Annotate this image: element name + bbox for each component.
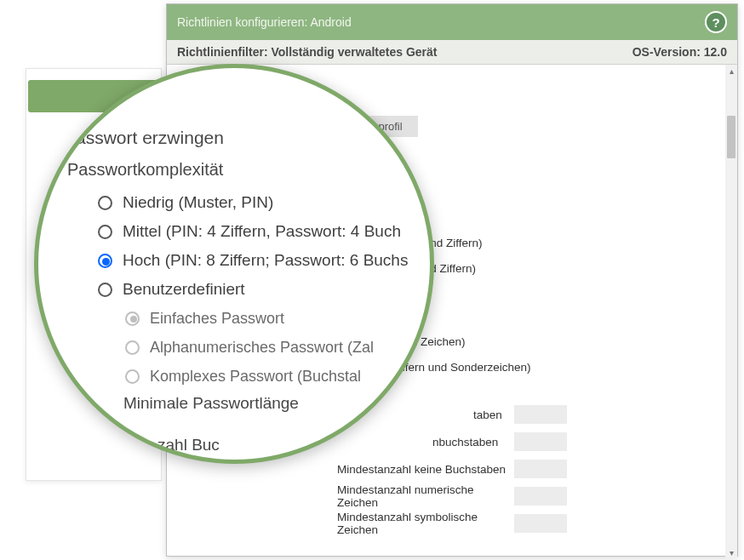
radio-icon	[98, 225, 112, 239]
radio-icon	[125, 369, 140, 384]
zoom-content: Passwort erzwingen Passwortkomplexität N…	[64, 128, 434, 413]
bg-row-label: Mindestanzahl keine Buchstaben	[218, 463, 507, 476]
radio-label: Mittel (PIN: 4 Ziffern, Passwort: 4 Buch	[123, 222, 401, 241]
radio-simple-password[interactable]: Einfaches Passwort	[125, 306, 434, 331]
radio-complex-password[interactable]: Komplexes Passwort (Buchstal	[125, 363, 434, 389]
min-value-input[interactable]	[514, 460, 567, 478]
scroll-up-icon[interactable]: ▴	[725, 65, 737, 77]
radio-label: Benutzerdefiniert	[123, 280, 245, 299]
enforce-password-label: Passwort erzwingen	[64, 128, 434, 148]
dialog-header: Richtlinien konfigurieren: Android ?	[167, 4, 737, 40]
help-icon[interactable]: ?	[705, 11, 727, 33]
radio-mid[interactable]: Mittel (PIN: 4 Ziffern, Passwort: 4 Buch	[98, 219, 434, 244]
radio-label: Alphanumerisches Passwort (Zal	[150, 339, 374, 357]
filter-bar: Richtlinienfilter: Vollständig verwaltet…	[167, 40, 737, 65]
radio-icon	[98, 196, 112, 210]
radio-alphanumeric-password[interactable]: Alphanumerisches Passwort (Zal	[125, 334, 434, 360]
radio-icon	[98, 283, 112, 297]
radio-icon	[125, 311, 140, 326]
radio-low[interactable]: Niedrig (Muster, PIN)	[98, 190, 434, 215]
min-value-input[interactable]	[514, 405, 567, 424]
radio-label: Komplexes Passwort (Buchstal	[150, 368, 361, 386]
os-version-label: OS-Version: 12.0	[632, 45, 727, 59]
scrollbar[interactable]: ▴ ▾	[725, 65, 737, 558]
radio-label: Hoch (PIN: 8 Ziffern; Passwort: 6 Buchs	[123, 251, 408, 270]
complexity-heading: Passwortkomplexität	[67, 160, 434, 180]
radio-icon	[98, 254, 112, 268]
bg-row-label: Mindestanzahl symbolische Zeichen	[218, 511, 507, 536]
bg-row-label: Mindestanzahl numerische Zeichen	[218, 483, 507, 509]
min-value-input[interactable]	[514, 487, 567, 506]
radio-high[interactable]: Hoch (PIN: 8 Ziffern; Passwort: 6 Buchs	[98, 248, 434, 273]
radio-icon	[125, 340, 140, 355]
min-value-input[interactable]	[514, 432, 567, 451]
zoom-cutoff-text: zahl Buc	[157, 436, 220, 454]
radio-custom[interactable]: Benutzerdefiniert	[98, 277, 434, 302]
scroll-down-icon[interactable]: ▾	[725, 546, 737, 558]
dialog-title: Richtlinien konfigurieren: Android	[177, 15, 352, 29]
magnifier-zoom: Passwort erzwingen Passwortkomplexität N…	[34, 64, 434, 464]
radio-label: Niedrig (Muster, PIN)	[123, 193, 273, 212]
radio-label: Einfaches Passwort	[150, 310, 284, 328]
scrollbar-thumb[interactable]	[727, 116, 735, 158]
min-value-input[interactable]	[514, 514, 567, 533]
filter-label: Richtlinienfilter: Vollständig verwaltet…	[177, 45, 437, 59]
